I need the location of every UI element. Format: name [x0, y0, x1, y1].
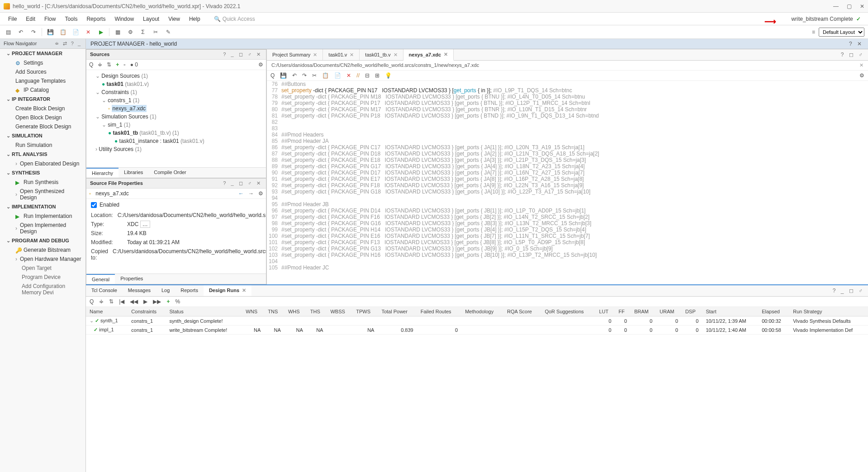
editor-tab-nexys-a7-xdc[interactable]: nexys_a7.xdc✕ [403, 49, 454, 61]
search-icon[interactable]: Q [270, 72, 275, 79]
code-line[interactable]: 102#set_property -dict { PACKAGE_PIN G13… [267, 245, 868, 252]
tab-close-icon[interactable]: ✕ [350, 52, 354, 58]
col-uram[interactable]: URAM [656, 307, 682, 316]
nav-run-synthesis[interactable]: ▶Run Synthesis [0, 178, 85, 187]
file-icon[interactable]: ▫ [123, 61, 125, 68]
tree-node[interactable]: Design Sources (1) [89, 72, 263, 80]
menu-window[interactable]: Window [110, 14, 138, 24]
collapse-icon[interactable]: ≑ [98, 61, 102, 68]
code-line[interactable]: 93#set_property -dict { PACKAGE_PIN G18 … [267, 189, 868, 195]
section-ip-integrator[interactable]: IP INTEGRATOR [0, 94, 85, 104]
col-failed-routes[interactable]: Failed Routes [417, 307, 462, 316]
tab-libraries[interactable]: Libraries [119, 168, 148, 178]
tree-node[interactable]: Simulation Sources (1) [89, 113, 263, 121]
menu-flow[interactable]: Flow [40, 14, 60, 24]
code-line[interactable]: 87#set_property -dict { PACKAGE_PIN D18 … [267, 151, 868, 157]
col-bram[interactable]: BRAM [631, 307, 656, 316]
code-line[interactable]: 81#set_property -dict { PACKAGE_PIN P18 … [267, 113, 868, 119]
code-line[interactable]: 105##Pmod Header JC [267, 264, 868, 271]
nav-open-hardware-manager[interactable]: ›Open Hardware Manager [0, 255, 85, 264]
redo-icon[interactable]: ↷ [302, 72, 307, 79]
col-qor-suggestions[interactable]: QoR Suggestions [541, 307, 595, 316]
add-icon[interactable]: + [116, 61, 119, 68]
close-icon[interactable]: ✕ [860, 3, 864, 9]
code-line[interactable]: 82 [267, 119, 868, 125]
code-line[interactable]: 90#set_property -dict { PACKAGE_PIN D17 … [267, 170, 868, 176]
nav-generate-block-design[interactable]: Generate Block Design [0, 122, 85, 131]
menu-help[interactable]: Help [185, 14, 205, 24]
col-run-strategy[interactable]: Run Strategy [789, 307, 868, 316]
section-project-manager[interactable]: PROJECT MANAGER [0, 49, 85, 58]
search-icon[interactable]: Q [90, 298, 94, 305]
section-simulation[interactable]: SIMULATION [0, 131, 85, 141]
tree-node[interactable]: ● task01 (task01.v) [89, 80, 263, 88]
outdent-icon[interactable]: ⊞ [375, 72, 379, 79]
col-constraints[interactable]: Constraints [128, 307, 166, 316]
forward-icon[interactable]: ↷ [29, 28, 38, 37]
code-line[interactable]: 84##Pmod Headers [267, 132, 868, 138]
tab-compile order[interactable]: Compile Order [148, 168, 192, 178]
save-icon[interactable]: 💾 [46, 28, 55, 37]
code-line[interactable]: 86#set_property -dict { PACKAGE_PIN C17 … [267, 144, 868, 151]
nav-open-block-design[interactable]: Open Block Design [0, 113, 85, 122]
maximize-icon[interactable]: ▢ [847, 3, 852, 9]
sources-panel-icons[interactable]: ? _ ◻ ♂ ✕ [223, 52, 262, 57]
tab-general[interactable]: General [86, 274, 115, 284]
run-icon[interactable]: ▶ [96, 28, 105, 37]
nav-ip-catalog[interactable]: ◆IP Catalog [0, 85, 85, 94]
table-row[interactable]: ✓ synth_1constrs_1synth_design Complete!… [86, 316, 868, 326]
sources-tree[interactable]: Design Sources (1)● task01 (task01.v)Con… [86, 70, 266, 167]
nav-open-elaborated-design[interactable]: ›Open Elaborated Design [0, 159, 85, 168]
code-line[interactable]: 89#set_property -dict { PACKAGE_PIN G17 … [267, 163, 868, 170]
col-wbss[interactable]: WBSS [327, 307, 352, 316]
tab-close-icon[interactable]: ✕ [313, 52, 317, 58]
tree-node[interactable]: ▫ nexys_a7.xdc [89, 104, 263, 113]
nav-program-device[interactable]: Program Device [0, 273, 85, 282]
section-program-and-debug[interactable]: PROGRAM AND DEBUG [0, 236, 85, 245]
code-line[interactable]: 78#set_property -dict { PACKAGE_PIN M18 … [267, 94, 868, 100]
tree-node[interactable]: ● task01_instance : task01 (task01.v) [89, 137, 263, 145]
cut-icon[interactable]: ✂ [151, 28, 160, 37]
tab-close-icon[interactable]: ✕ [242, 288, 246, 294]
code-line[interactable]: 98#set_property -dict { PACKAGE_PIN G16 … [267, 220, 868, 227]
code-line[interactable]: 92#set_property -dict { PACKAGE_PIN F18 … [267, 182, 868, 189]
code-line[interactable]: 97#set_property -dict { PACKAGE_PIN F16 … [267, 214, 868, 220]
bottom-tab-design-runs[interactable]: Design Runs✕ [204, 285, 251, 296]
comment-icon[interactable]: // [356, 72, 360, 79]
cancel-icon[interactable]: ✕ [84, 28, 93, 37]
col-tns[interactable]: TNS [264, 307, 285, 316]
prev-icon[interactable]: ◀◀ [130, 298, 138, 305]
layout-select[interactable]: Default Layout [819, 28, 864, 37]
col-ths[interactable]: THS [307, 307, 327, 316]
editor-tab-task01-v[interactable]: task01.v✕ [323, 49, 360, 60]
settings-icon[interactable]: ⚙ [126, 28, 135, 37]
tree-node[interactable]: ● task01_tb (task01_tb.v) (1) [89, 129, 263, 137]
menu-layout[interactable]: Layout [138, 14, 164, 24]
browse-button[interactable]: … [140, 221, 150, 228]
col-start[interactable]: Start [702, 307, 758, 316]
sigma-icon[interactable]: Σ [138, 28, 147, 37]
add-icon[interactable]: + [166, 298, 170, 305]
nav-language-templates[interactable]: Language Templates [0, 76, 85, 85]
col-total-power[interactable]: Total Power [378, 307, 417, 316]
indent-icon[interactable]: ⊟ [365, 72, 370, 79]
tree-node[interactable]: Utility Sources (1) [89, 145, 263, 153]
pm-header-icons[interactable]: ? ✕ [849, 41, 863, 47]
nav-settings[interactable]: ⚙Settings [0, 58, 85, 67]
nav-add-sources[interactable]: Add Sources [0, 67, 85, 76]
nav-create-block-design[interactable]: Create Block Design [0, 104, 85, 113]
props-panel-icons[interactable]: ? _ ◻ ♂ ✕ [223, 180, 262, 186]
col-methodology[interactable]: Methodology [461, 307, 503, 316]
chip-icon[interactable]: ▦ [113, 28, 122, 37]
editor-tab-task01-tb-v[interactable]: task01_tb.v✕ [360, 49, 403, 60]
code-line[interactable]: 85##Pmod Header JA [267, 138, 868, 144]
code-line[interactable]: 88#set_property -dict { PACKAGE_PIN E18 … [267, 157, 868, 163]
menu-reports[interactable]: Reports [82, 14, 110, 24]
copy-icon[interactable]: 📋 [322, 72, 329, 79]
editor-tab-project-summary[interactable]: Project Summary✕ [267, 49, 323, 60]
bottom-tab-tcl-console[interactable]: Tcl Console [86, 285, 123, 296]
menu-view[interactable]: View [164, 14, 185, 24]
section-implementation[interactable]: IMPLEMENTATION [0, 202, 85, 212]
nav-run-implementation[interactable]: ▶Run Implementation [0, 212, 85, 221]
new-icon[interactable]: ▤ [4, 28, 13, 37]
